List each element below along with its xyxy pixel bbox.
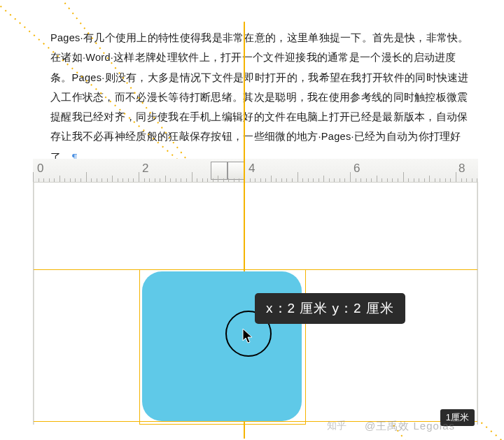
ruler-tick [54, 178, 55, 182]
ruler-tick [350, 172, 351, 182]
article-paragraph: Pages·有几个使用上的特性使得我是非常在意的，这里单独提一下。首先是快，非常… [0, 0, 504, 173]
ruler-tick [107, 178, 108, 182]
ruler-tick [334, 178, 335, 182]
ruler-tick [80, 178, 81, 182]
ruler-tick [265, 178, 266, 182]
ruler-tick [250, 178, 251, 182]
ruler-tick [398, 178, 398, 182]
ruler-tick [133, 178, 134, 182]
ruler-tick [218, 176, 218, 182]
ruler-tick [139, 172, 139, 182]
ruler-label: 6 [354, 162, 360, 176]
ruler-tick [170, 178, 171, 182]
ruler-label: 8 [458, 162, 465, 176]
ruler-tick [75, 178, 76, 182]
position-tooltip: x：2 厘米 y：2 厘米 [255, 293, 405, 324]
ruler-tick [472, 178, 472, 182]
ruler-tick [371, 178, 372, 182]
ruler-tick [281, 178, 282, 182]
ruler-tick [118, 178, 118, 182]
ruler-label: 2 [142, 162, 148, 176]
ruler-tick [186, 178, 187, 182]
ruler-tick [414, 178, 414, 182]
ruler-label: 0 [37, 162, 43, 176]
ruler-tick [112, 176, 113, 182]
ruler-tick [466, 178, 467, 182]
ruler-tick [43, 178, 44, 182]
ruler-tick [403, 172, 404, 182]
ruler-tick [91, 178, 92, 182]
ruler-tick [260, 178, 261, 182]
ruler-tick [128, 178, 129, 182]
ruler-tick [445, 178, 446, 182]
tooltip-text: x：2 厘米 y：2 厘米 [266, 301, 394, 315]
ruler-tick [356, 178, 356, 182]
ruler-tick [286, 178, 287, 182]
ruler-tick [213, 178, 214, 182]
ruler-tick [239, 178, 239, 182]
ruler-tick [223, 178, 224, 182]
ruler-tick [477, 178, 477, 182]
horizontal-ruler[interactable]: 0 2 4 6 8 [33, 159, 478, 183]
pages-app-screenshot: 0 2 4 6 8 x：2 厘米 y：2 厘米 ¶ 1厘米 [33, 159, 478, 425]
ruler-tick [313, 178, 314, 182]
margin-marker-left[interactable] [211, 162, 227, 180]
ruler-tick [192, 172, 192, 182]
ruler-tick [234, 178, 234, 182]
ruler-tick [70, 178, 71, 182]
ruler-tick [202, 178, 203, 182]
ruler-tick [382, 178, 382, 182]
ruler-tick [271, 176, 272, 182]
ruler-tick [276, 178, 276, 182]
ruler-tick [197, 178, 197, 182]
zhihu-watermark-author: @王禹效 Legolas [365, 420, 455, 433]
ruler-tick [255, 178, 255, 182]
ruler-tick [450, 178, 451, 182]
ruler-label: 4 [248, 162, 255, 176]
zhihu-watermark-brand: 知乎 [327, 420, 346, 432]
ruler-tick [155, 178, 155, 182]
ruler-tick [122, 178, 123, 182]
cursor-arrow-icon [242, 328, 255, 345]
ruler-tick [308, 178, 309, 182]
ruler-tick [149, 178, 150, 182]
ruler-tick [302, 178, 303, 182]
ruler-tick [340, 178, 340, 182]
ruler-tick [207, 178, 208, 182]
document-canvas[interactable]: x：2 厘米 y：2 厘米 ¶ 1厘米 [33, 183, 478, 425]
ruler-tick [144, 178, 145, 182]
ruler-tick [64, 178, 65, 182]
ruler-tick [228, 178, 229, 182]
ruler-tick [102, 178, 102, 182]
ruler-tick [408, 178, 409, 182]
ruler-tick [435, 178, 435, 182]
ruler-tick [377, 176, 377, 182]
ruler-tick [292, 178, 293, 182]
ruler-tick [387, 178, 388, 182]
ruler-tick [49, 178, 50, 182]
ruler-tick [344, 178, 345, 182]
ruler-tick [366, 178, 367, 182]
ruler-tick [323, 176, 324, 182]
ruler-tick [440, 178, 440, 182]
ruler-tick [456, 172, 456, 182]
ruler-tick [176, 178, 176, 182]
margin-marker-right[interactable] [227, 162, 244, 180]
ruler-tick [318, 178, 319, 182]
ruler-tick [160, 178, 160, 182]
ruler-tick [392, 178, 393, 182]
ruler-tick [329, 178, 330, 182]
article-body-text: Pages·有几个使用上的特性使得我是非常在意的，这里单独提一下。首先是快，非常… [50, 32, 469, 163]
ruler-tick [33, 172, 34, 182]
ruler-tick [86, 172, 87, 182]
ruler-tick [38, 178, 39, 182]
ruler-tick [419, 178, 419, 182]
ruler-tick [461, 178, 462, 182]
ruler-tick [181, 178, 181, 182]
ruler-tick [165, 176, 166, 182]
ruler-tick [429, 176, 430, 182]
ruler-tick [298, 172, 298, 182]
ruler-tick [97, 178, 97, 182]
ruler-tick [59, 176, 60, 182]
ruler-tick [424, 178, 425, 182]
